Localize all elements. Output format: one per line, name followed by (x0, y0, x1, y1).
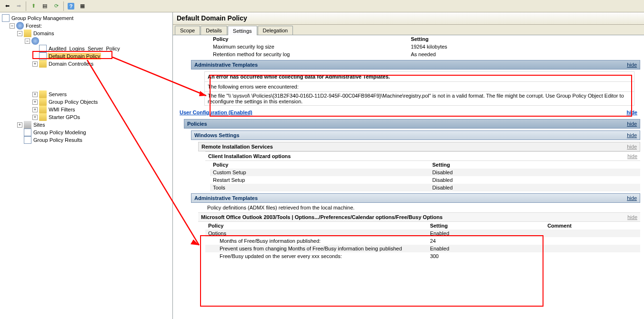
ris-header[interactable]: Remote Installation Services (201, 144, 273, 150)
props-button[interactable]: ▦ (77, 1, 88, 11)
tab-details[interactable]: Details (201, 26, 227, 35)
setting-cell: Disabled (430, 184, 640, 191)
tree-domain[interactable] (40, 40, 42, 41)
help-button[interactable]: ? (66, 1, 76, 11)
collapse-icon[interactable]: − (25, 39, 30, 44)
policy-cell: Tools (210, 184, 430, 191)
refresh-icon: ⟳ (54, 3, 59, 9)
setting-cell: Enabled (427, 245, 545, 252)
hide-link[interactable]: hide (627, 153, 637, 159)
domain-icon (31, 37, 39, 45)
user-config-header[interactable]: User Configuration (Enabled) (180, 110, 252, 115)
tab-delegation[interactable]: Delegation (258, 26, 293, 35)
sub-policy-cell: Months of Free/Busy information publishe… (205, 237, 427, 245)
admin-templates2-header[interactable]: Administrative Templates (194, 195, 258, 201)
separator-icon (26, 1, 26, 11)
policy-cell: Retention method for security log (210, 50, 408, 58)
toolbar: ⬅ ➡ ⬆ ▤ ⟳ ? ▦ (0, 0, 644, 12)
expand-icon[interactable]: + (17, 122, 22, 128)
tree-audited[interactable]: Audited_Logins_Server_Policy (48, 45, 121, 52)
tree-modeling[interactable]: Group Policy Modeling (32, 129, 87, 136)
forest-icon (16, 22, 24, 30)
content-scroll[interactable]: PolicySetting Maximum security log size1… (173, 35, 644, 319)
separator-icon (63, 1, 64, 11)
columns-icon: ▤ (42, 3, 47, 9)
error-message: The file "\\ \sysvol\ \Policies\{31B2F34… (205, 91, 634, 105)
outlook-header[interactable]: Microsoft Office Outlook 2003/Tools | Op… (201, 214, 443, 220)
arrow-left-icon: ⬅ (5, 3, 10, 9)
hide-link[interactable]: hide (627, 195, 637, 201)
windows-settings-header[interactable]: Windows Settings (194, 132, 240, 138)
tree-wmi[interactable]: WMI Filters (48, 106, 76, 113)
tree-view[interactable]: Group Policy Management −Forest: −Domain… (0, 12, 173, 319)
admin-templates-header[interactable]: Administrative Templates (194, 62, 258, 68)
folder-icon (39, 113, 47, 121)
folder-icon (39, 60, 47, 68)
arrow-right-icon: ➡ (17, 3, 21, 9)
collapse-icon[interactable]: − (10, 23, 15, 29)
properties-icon: ▦ (80, 3, 85, 9)
sub-policy-cell: Free/Busy updated on the server every xx… (205, 252, 427, 260)
expand-icon[interactable]: + (32, 92, 38, 97)
policy-cell: Restart Setup (210, 176, 430, 184)
tab-settings[interactable]: Settings (228, 26, 257, 35)
page-title: Default Domain Policy (173, 12, 644, 25)
expand-icon[interactable]: + (32, 100, 38, 105)
hide-link[interactable]: hide (626, 110, 637, 115)
setting-cell: Disabled (430, 169, 640, 176)
folder-icon (39, 106, 47, 113)
help-icon: ? (68, 3, 74, 10)
col-policy: Policy (205, 222, 427, 229)
modeling-icon (24, 129, 31, 136)
folder-icon (39, 90, 47, 98)
comment-cell (544, 229, 640, 237)
back-button[interactable]: ⬅ (2, 1, 12, 11)
policy-cell: Maximum security log size (210, 43, 408, 50)
tree-gpo[interactable]: Group Policy Objects (48, 99, 99, 105)
up-button[interactable]: ⬆ (28, 1, 39, 11)
policies-header[interactable]: Policies (187, 121, 207, 127)
tree-results[interactable]: Group Policy Results (32, 137, 83, 143)
tree-default-domain[interactable]: Default Domain Policy (48, 53, 101, 60)
collapse-icon[interactable]: − (17, 31, 22, 36)
expand-icon[interactable]: + (32, 107, 38, 112)
folder-up-icon: ⬆ (31, 3, 36, 9)
refresh-button[interactable]: ⟳ (51, 1, 61, 11)
col-policy: Policy (210, 35, 408, 43)
tree-forest[interactable]: Forest: (25, 22, 43, 29)
col-policy: Policy (210, 161, 430, 169)
expand-icon[interactable]: + (32, 61, 38, 67)
col-setting: Setting (430, 161, 640, 169)
forward-button[interactable]: ➡ (13, 1, 24, 11)
view-button[interactable]: ▤ (40, 1, 50, 11)
hide-link[interactable]: hide (627, 121, 637, 127)
gpo-link-icon (39, 52, 47, 60)
setting-cell: Enabled (427, 229, 545, 237)
tab-strip: Scope Details Settings Delegation (173, 25, 644, 35)
expand-icon[interactable]: + (32, 115, 38, 120)
setting-cell: 19264 kilobytes (408, 43, 640, 50)
col-setting: Setting (408, 35, 640, 43)
ciw-header[interactable]: Client Installation Wizard options (208, 153, 291, 159)
setting-cell: 300 (427, 252, 545, 260)
folder-icon (39, 98, 47, 106)
tree-servers[interactable]: Servers (48, 91, 68, 98)
hide-link[interactable]: hide (627, 62, 637, 68)
hide-link[interactable]: hide (627, 144, 637, 150)
hide-link[interactable]: hide (627, 214, 637, 220)
sites-icon (24, 121, 31, 129)
col-comment: Comment (544, 222, 640, 229)
tree-domains[interactable]: Domains (32, 30, 55, 37)
error-subtitle: The following errors were encountered: (205, 81, 634, 91)
hide-link[interactable]: hide (627, 132, 637, 138)
tree-root[interactable]: Group Policy Management (10, 15, 74, 21)
gpm-icon (2, 14, 10, 22)
tree-starter[interactable]: Starter GPOs (48, 114, 81, 120)
policy-cell: Custom Setup (210, 169, 430, 176)
col-setting: Setting (427, 222, 545, 229)
tree-domain-controllers[interactable]: Domain Controllers (48, 60, 94, 67)
tab-scope[interactable]: Scope (175, 26, 200, 35)
tree-sites[interactable]: Sites (32, 121, 46, 128)
setting-cell: 24 (427, 237, 545, 245)
detail-pane: Default Domain Policy Scope Details Sett… (173, 12, 644, 319)
